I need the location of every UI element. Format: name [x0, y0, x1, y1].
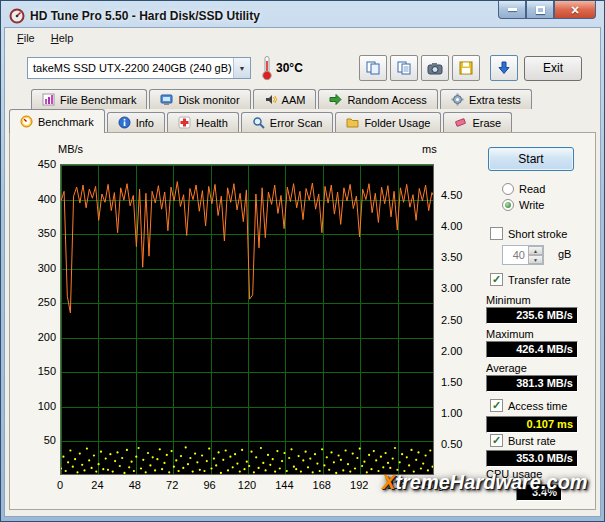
benchmark-gauge-icon: [20, 115, 33, 128]
y-axis-right-tick: 4.50: [441, 189, 477, 201]
tab-error-scan[interactable]: Error Scan: [241, 112, 334, 132]
benchmark-page: MB/s ms Start Read Write ✓ Short stroke …: [9, 132, 596, 510]
x-axis-tick: 96: [203, 479, 215, 491]
tab-label: Error Scan: [270, 117, 323, 129]
copy-text-button[interactable]: [359, 55, 387, 81]
app-icon: [9, 8, 25, 24]
read-radio-label: Read: [519, 183, 545, 195]
stepper-buttons: ▲ ▼: [528, 246, 543, 264]
left-axis-unit-label: MB/s: [58, 143, 83, 155]
tab-label: Folder Usage: [364, 117, 430, 129]
benchmark-chart: [60, 164, 434, 475]
short-stroke-label: Short stroke: [508, 228, 567, 240]
y-axis-left-tick: 250: [14, 296, 56, 308]
tab-info[interactable]: Info: [107, 112, 165, 132]
transfer-rate-checkbox[interactable]: ✓: [490, 273, 503, 286]
stepper-up-button[interactable]: ▲: [528, 246, 543, 255]
eraser-icon: [454, 116, 467, 129]
tab-health[interactable]: Health: [167, 112, 239, 132]
check-icon: ✓: [492, 400, 502, 411]
watermark: XtremeHardware.com: [382, 471, 588, 494]
exit-button[interactable]: Exit: [524, 56, 582, 81]
close-button[interactable]: ×: [554, 1, 596, 19]
tab-benchmark[interactable]: Benchmark: [9, 109, 105, 133]
screenshot-button[interactable]: [421, 55, 449, 81]
y-axis-left-tick: 300: [14, 262, 56, 274]
save-icon: [458, 60, 474, 76]
drive-select-value: takeMS SSD UTX-2200 240GB (240 gB): [28, 58, 233, 78]
menu-help[interactable]: Help: [43, 30, 82, 46]
y-axis-left-tick: 450: [14, 158, 56, 170]
disk-monitor-icon: [160, 93, 173, 106]
radio-dot: [505, 202, 511, 208]
stepper-down-button[interactable]: ▼: [528, 255, 543, 264]
average-value: 381.3 MB/s: [486, 375, 578, 392]
write-radio-row: Write: [502, 199, 544, 211]
burst-rate-value: 353.0 MB/s: [486, 450, 578, 467]
menu-file[interactable]: File: [9, 30, 43, 46]
x-axis-tick: 192: [350, 479, 368, 491]
copy-image-button[interactable]: [390, 55, 418, 81]
toolbar: takeMS SSD UTX-2200 240GB (240 gB) ▼ 30°…: [5, 48, 600, 88]
x-axis-tick: 120: [238, 479, 256, 491]
burst-rate-checkbox[interactable]: ✓: [490, 434, 503, 447]
y-axis-right-tick: 1.00: [441, 407, 477, 419]
short-stroke-stepper[interactable]: 40 ▲ ▼: [502, 245, 544, 265]
transfer-rate-label: Transfer rate: [508, 274, 571, 286]
average-label: Average: [486, 362, 527, 374]
x-axis-tick: 144: [275, 479, 293, 491]
start-button[interactable]: Start: [488, 147, 574, 171]
camera-icon: [427, 60, 443, 76]
short-stroke-row: ✓ Short stroke: [490, 227, 567, 240]
write-radio[interactable]: [502, 199, 514, 211]
tabstrip: File Benchmark Disk monitor AAM Random A…: [5, 88, 600, 132]
y-axis-right-tick: 2.00: [441, 345, 477, 357]
chevron-down-icon[interactable]: ▼: [233, 58, 250, 78]
tab-erase[interactable]: Erase: [443, 112, 512, 132]
y-axis-right-tick: 0.50: [441, 438, 477, 450]
tab-label: AAM: [282, 94, 306, 106]
tab-disk-monitor[interactable]: Disk monitor: [149, 89, 250, 109]
y-axis-left-tick: 50: [14, 434, 56, 446]
tab-file-benchmark[interactable]: File Benchmark: [31, 89, 147, 109]
magnifier-icon: [252, 116, 265, 129]
access-time-row: ✓ Access time: [490, 399, 567, 412]
short-stroke-checkbox[interactable]: ✓: [490, 227, 503, 240]
hdtune-window: HD Tune Pro 5.50 - Hard Disk/SSD Utility…: [0, 0, 605, 522]
gear-icon: [451, 93, 464, 106]
read-radio-row: Read: [502, 183, 545, 195]
y-axis-right-tick: 1.50: [441, 376, 477, 388]
access-time-checkbox[interactable]: ✓: [490, 399, 503, 412]
check-icon: ✓: [492, 274, 502, 285]
tab-extra-tests[interactable]: Extra tests: [440, 89, 532, 109]
y-axis-right-tick: 4.00: [441, 220, 477, 232]
tab-aam[interactable]: AAM: [253, 89, 317, 109]
drive-select[interactable]: takeMS SSD UTX-2200 240GB (240 gB) ▼: [27, 57, 251, 79]
check-icon: ✓: [492, 435, 502, 446]
x-axis-tick: 24: [91, 479, 103, 491]
tab-label: Disk monitor: [178, 94, 239, 106]
speaker-icon: [264, 93, 277, 106]
tab-random-access[interactable]: Random Access: [318, 89, 437, 109]
maximize-button[interactable]: [526, 1, 554, 19]
minimize-button[interactable]: [498, 1, 526, 19]
access-time-value: 0.107 ms: [486, 416, 578, 433]
maximum-value: 426.4 MB/s: [486, 341, 578, 358]
tab-label: Random Access: [347, 94, 426, 106]
update-download-button[interactable]: [490, 55, 518, 81]
client-area: File Help takeMS SSD UTX-2200 240GB (240…: [4, 27, 601, 517]
minimum-value: 235.6 MB/s: [486, 307, 578, 324]
close-icon: ×: [571, 4, 579, 16]
tab-folder-usage[interactable]: Folder Usage: [335, 112, 441, 132]
tab-label: File Benchmark: [60, 94, 136, 106]
temperature-value: 30°C: [276, 61, 303, 75]
file-benchmark-icon: [42, 93, 55, 106]
minimum-label: Minimum: [486, 294, 531, 306]
x-axis-tick: 72: [166, 479, 178, 491]
save-button[interactable]: [452, 55, 480, 81]
burst-rate-label: Burst rate: [508, 435, 556, 447]
window-title: HD Tune Pro 5.50 - Hard Disk/SSD Utility: [30, 9, 260, 23]
y-axis-right-tick: 2.50: [441, 314, 477, 326]
y-axis-left-tick: 100: [14, 400, 56, 412]
read-radio[interactable]: [502, 183, 514, 195]
